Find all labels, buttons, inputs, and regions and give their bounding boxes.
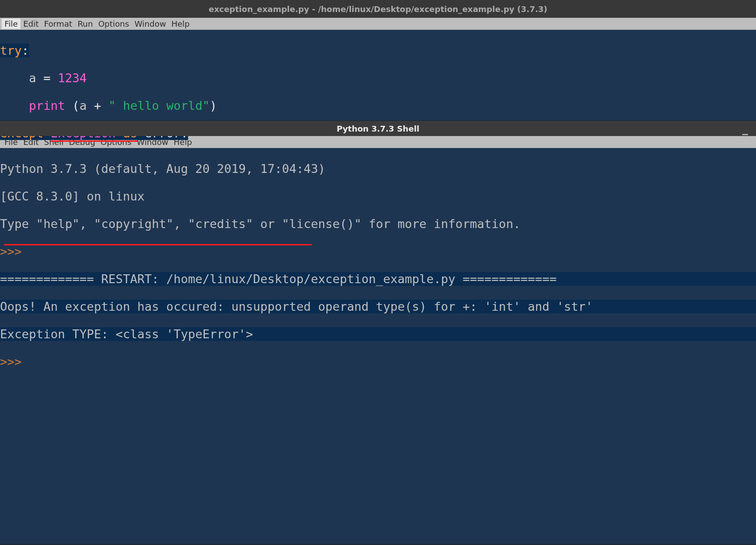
shell-banner-1: Python 3.7.3 (default, Aug 20 2019, 17:0… [0,162,756,176]
code-editor[interactable]: try: a = 1234 print (a + " hello world")… [0,30,756,120]
menu-window[interactable]: Window [132,19,169,29]
plus: + [87,99,109,112]
paren-open: ( [65,99,80,112]
paren-close: ) [209,99,217,112]
shell-banner-3: Type "help", "copyright", "credits" or "… [0,217,756,231]
code-line-3[interactable]: print (a + " hello world") [0,99,756,112]
menu-file[interactable]: File [2,19,20,29]
shell-prompt-1[interactable]: >>> [0,244,756,258]
shell-prompt-2[interactable]: >>> [0,355,756,369]
editor-title: exception_example.py - /home/linux/Deskt… [209,4,547,14]
prompt-chevrons: >>> [0,355,29,369]
shell-window: Python 3.7.3 Shell _ File Edit Shell Deb… [0,121,756,544]
menu-help[interactable]: Help [169,19,192,29]
eq: = [36,71,58,85]
menu-edit[interactable]: Edit [20,19,41,29]
kw-try: try [0,44,22,57]
shell-output-2: Exception TYPE: <class 'TypeError'> [0,327,756,341]
shell-restart-line: ============= RESTART: /home/linux/Deskt… [0,272,756,286]
shell-banner-2: [GCC 8.3.0] on linux [0,189,756,203]
indent [0,99,29,112]
str-hello: " hello world" [109,99,210,112]
indent [0,71,29,85]
menu-options[interactable]: Options [96,19,132,29]
menu-run[interactable]: Run [75,19,96,29]
num-1234: 1234 [58,71,87,85]
menu-format[interactable]: Format [41,19,75,29]
minimize-button[interactable]: _ [742,126,748,131]
prompt-chevrons: >>> [0,244,29,258]
shell-title: Python 3.7.3 Shell [337,124,419,133]
editor-menubar: File Edit Format Run Options Window Help [0,18,756,30]
shell-output-1: Oops! An exception has occured: unsuppor… [0,300,756,313]
annotation-underline [4,244,312,245]
editor-titlebar[interactable]: exception_example.py - /home/linux/Deskt… [0,0,756,18]
code-line-2[interactable]: a = 1234 [0,71,756,85]
shell-output[interactable]: Python 3.7.3 (default, Aug 20 2019, 17:0… [0,148,756,544]
var-a: a [29,71,36,85]
colon: : [22,44,29,57]
shell-titlebar[interactable]: Python 3.7.3 Shell _ [0,121,756,136]
var-a: a [80,99,87,112]
fn-print: print [29,99,65,112]
code-line-1[interactable]: try: [0,44,756,57]
